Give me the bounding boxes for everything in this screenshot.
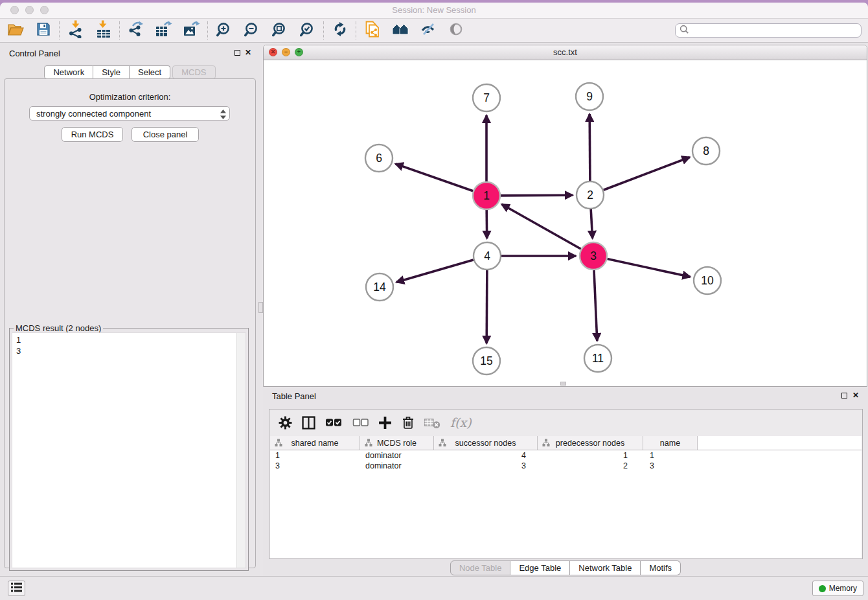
edge-1-2[interactable] [501, 195, 573, 196]
mcds-panel: Optimization criterion: strongly connect… [4, 78, 256, 568]
edge-4-14[interactable] [396, 260, 474, 282]
node-6[interactable]: 6 [365, 144, 393, 172]
table-row[interactable]: 3dominator323 [270, 461, 862, 471]
tab-network-table[interactable]: Network Table [570, 560, 641, 575]
mcds-result-textarea[interactable]: 1 3 [12, 332, 246, 568]
column-header-shared-name[interactable]: shared name [270, 436, 360, 450]
function-builder-button: f(x) [450, 415, 472, 430]
tab-mcds[interactable]: MCDS [172, 65, 215, 79]
edge-3-10[interactable] [608, 259, 691, 277]
save-icon [36, 22, 51, 39]
table-row[interactable]: 1dominator411 [270, 450, 862, 461]
memory-button[interactable]: Memory [812, 581, 863, 596]
main-titlebar: Session: New Session [0, 3, 868, 19]
import-network-icon [68, 20, 84, 41]
node-15[interactable]: 15 [473, 347, 500, 375]
edge-2-8[interactable] [604, 157, 690, 190]
column-layout-button[interactable] [302, 416, 315, 430]
hide-selected-button[interactable] [414, 20, 442, 41]
table-panel-title: Table Panel [272, 391, 316, 401]
edge-3-11[interactable] [594, 270, 597, 341]
svg-text:10: 10 [701, 274, 714, 287]
save-session-button[interactable] [29, 20, 57, 41]
node-11[interactable]: 11 [584, 345, 611, 372]
export-image-button[interactable] [177, 20, 205, 41]
tab-node-table[interactable]: Node Table [450, 560, 511, 575]
close-panel-icon[interactable]: ✕ [245, 48, 251, 57]
export-table-button[interactable] [150, 20, 177, 41]
application-window: Session: New Session Control Panel [0, 3, 868, 600]
main-toolbar [0, 19, 868, 43]
node-table: shared name MCDS role successor nodes pr… [270, 436, 862, 558]
tab-edge-table[interactable]: Edge Table [510, 560, 570, 575]
edge-3-1[interactable] [502, 204, 581, 249]
edge-1-4[interactable] [486, 210, 487, 238]
zoom-fit-button[interactable] [266, 20, 293, 41]
node-4[interactable]: 4 [474, 242, 501, 270]
edge-1-6[interactable] [396, 164, 474, 191]
zoom-out-button[interactable] [238, 20, 266, 41]
zoom-fit-icon [272, 22, 288, 40]
zoom-selected-button[interactable] [293, 20, 321, 41]
node-14[interactable]: 14 [366, 273, 393, 301]
node-9[interactable]: 9 [576, 83, 603, 110]
result-scrollbar[interactable] [236, 333, 246, 568]
zoom-in-button[interactable] [210, 20, 238, 41]
tab-select[interactable]: Select [130, 65, 170, 79]
search-input[interactable] [692, 25, 861, 36]
node-7[interactable]: 7 [473, 84, 500, 111]
control-panel: Control Panel ✕ Network Style Select MCD… [0, 43, 260, 577]
tab-motifs[interactable]: Motifs [641, 560, 681, 575]
column-header-predecessor-nodes[interactable]: predecessor nodes [538, 436, 643, 450]
optimization-criterion-select[interactable]: strongly connected component [29, 106, 230, 121]
delete-column-button[interactable] [402, 415, 415, 430]
list-icon [10, 582, 23, 595]
network-graph[interactable]: 7968124314101511 [264, 60, 867, 387]
search-box[interactable] [675, 23, 862, 38]
select-all-button[interactable] [325, 417, 343, 428]
open-file-button[interactable] [1, 20, 29, 41]
node-2[interactable]: 2 [577, 181, 604, 209]
add-column-button[interactable] [378, 416, 392, 430]
float-table-panel-icon[interactable] [841, 393, 847, 398]
duplicate-network-icon [365, 21, 380, 41]
first-neighbors-button[interactable] [386, 20, 414, 41]
close-panel-button[interactable]: Close panel [131, 127, 199, 142]
edge-2-3[interactable] [591, 209, 592, 238]
node-3[interactable]: 3 [580, 242, 607, 270]
splitter-handle[interactable] [258, 302, 263, 313]
refresh-button[interactable] [326, 20, 354, 41]
edge-2-9[interactable] [589, 114, 590, 181]
session-title: Session: New Session [0, 5, 868, 15]
svg-text:1: 1 [483, 189, 490, 202]
import-network-button[interactable] [62, 20, 89, 41]
node-1[interactable]: 1 [473, 182, 500, 209]
edge-4-15[interactable] [486, 270, 487, 343]
tab-network[interactable]: Network [44, 65, 93, 79]
node-8[interactable]: 8 [692, 137, 720, 165]
network-window-titlebar[interactable]: ✕ − + scc.txt [264, 45, 867, 60]
close-table-panel-icon[interactable]: ✕ [852, 391, 859, 400]
toolbar-separator [59, 21, 60, 40]
column-header-successor-nodes[interactable]: successor nodes [434, 436, 538, 450]
tab-style[interactable]: Style [93, 65, 130, 79]
table-cell: dominator [360, 461, 434, 470]
show-all-button[interactable] [442, 20, 470, 41]
export-image-icon [183, 21, 200, 40]
float-panel-icon[interactable] [234, 50, 240, 56]
import-table-button[interactable] [89, 20, 117, 41]
node-10[interactable]: 10 [694, 267, 721, 294]
column-header-name[interactable]: name [643, 436, 698, 450]
mcds-result-box: MCDS result (2 nodes) 1 3 [9, 328, 249, 571]
run-mcds-button[interactable]: Run MCDS [62, 127, 123, 142]
duplicate-network-button[interactable] [358, 20, 386, 41]
column-header-mcds-role[interactable]: MCDS role [360, 436, 434, 450]
toolbar-separator [119, 21, 120, 40]
select-value: strongly connected component [36, 109, 151, 119]
task-history-button[interactable] [8, 581, 25, 596]
window-resize-grip[interactable] [560, 382, 566, 386]
export-network-button[interactable] [122, 20, 150, 41]
table-settings-button[interactable] [279, 416, 292, 430]
network-canvas[interactable]: 7968124314101511 [264, 60, 867, 386]
deselect-all-button[interactable] [352, 417, 369, 428]
